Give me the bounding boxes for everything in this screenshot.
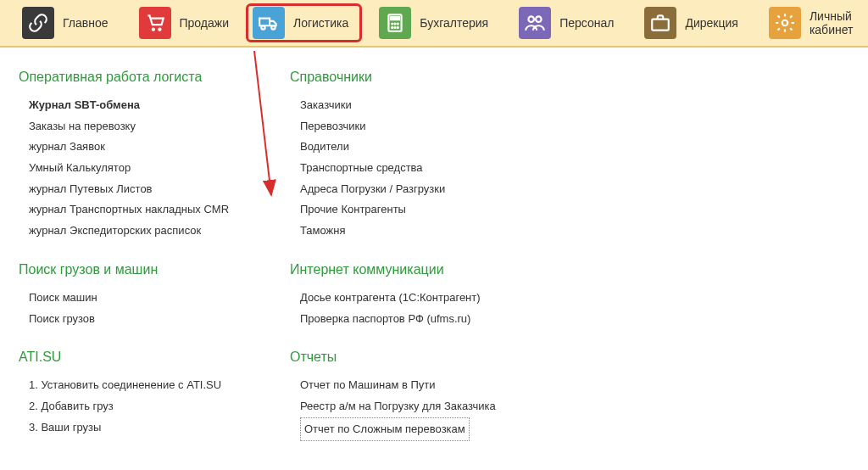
menu-link[interactable]: 3. Ваши грузы — [29, 417, 256, 439]
nav-label: Главное — [63, 16, 108, 30]
svg-point-13 — [536, 16, 542, 22]
section: Оперативная работа логистаЖурнал SBT-обм… — [19, 70, 256, 242]
svg-point-10 — [394, 26, 396, 28]
link-list: ЗаказчикиПеревозчикиВодителиТранспортные… — [290, 95, 527, 242]
menu-link[interactable]: 2. Добавить груз — [29, 396, 256, 417]
svg-rect-14 — [653, 20, 670, 31]
link-icon — [22, 7, 54, 39]
section-title[interactable]: Поиск грузов и машин — [19, 262, 256, 277]
link-list: Журнал SBT-обменаЗаказы на перевозкужурн… — [19, 95, 256, 242]
content-area: Оперативная работа логистаЖурнал SBT-обм… — [0, 48, 868, 463]
link-list: Отчет по Машинам в ПутиРеестр а/м на Пог… — [290, 375, 527, 441]
menu-link[interactable]: Умный Калькулятор — [29, 158, 256, 179]
link-list: Поиск машинПоиск грузов — [19, 288, 256, 329]
menu-link[interactable]: Реестр а/м на Погрузку для Заказчика — [300, 396, 527, 417]
section: Поиск грузов и машинПоиск машинПоиск гру… — [19, 262, 256, 329]
briefcase-icon — [644, 7, 676, 39]
menu-link[interactable]: Журнал SBT-обмена — [29, 95, 256, 116]
truck-icon — [253, 7, 285, 39]
nav-label: Дирекция — [685, 16, 737, 30]
nav-label: Бухгалтерия — [420, 16, 488, 30]
cart-icon — [139, 7, 171, 39]
menu-link[interactable]: Прочие Контрагенты — [300, 199, 527, 221]
section: СправочникиЗаказчикиПеревозчикиВодителиТ… — [290, 70, 527, 242]
nav-sales[interactable]: Продажи — [125, 3, 242, 42]
menu-link[interactable]: Перевозчики — [300, 116, 527, 137]
svg-point-12 — [529, 16, 535, 22]
menu-link[interactable]: Отчет по Машинам в Пути — [300, 375, 527, 396]
svg-point-8 — [397, 23, 398, 25]
menu-link[interactable]: Проверка паспортов РФ (ufms.ru) — [300, 309, 527, 330]
menu-link[interactable]: журнал Путевых Листов — [29, 179, 256, 200]
menu-link[interactable]: Водители — [300, 137, 527, 158]
link-list: 1. Установить соединенение с ATI.SU2. До… — [19, 375, 256, 438]
nav-staff[interactable]: Персонал — [505, 3, 627, 42]
section: ATI.SU1. Установить соединенение с ATI.S… — [19, 350, 256, 438]
nav-label: Личный кабинет — [810, 9, 854, 36]
nav-logistics[interactable]: Логистика — [246, 3, 362, 42]
nav-label: Персонал — [559, 16, 614, 30]
svg-point-11 — [397, 26, 398, 28]
menu-link[interactable]: Отчет по Сложным перевозкам — [300, 417, 470, 442]
nav-label: Логистика — [293, 16, 348, 30]
svg-rect-5 — [391, 16, 400, 20]
section-title[interactable]: Справочники — [290, 70, 527, 85]
menu-link[interactable]: Поиск машин — [29, 288, 256, 309]
menu-link[interactable]: Поиск грузов — [29, 309, 256, 330]
nav-management[interactable]: Дирекция — [631, 3, 751, 42]
svg-point-3 — [271, 25, 275, 29]
calculator-icon — [379, 7, 411, 39]
top-nav: Главное Продажи Логистика Бухгалтерия Пе… — [0, 0, 868, 48]
menu-link[interactable]: 1. Установить соединенение с ATI.SU — [29, 375, 256, 396]
gear-icon — [769, 7, 801, 39]
nav-cabinet[interactable]: Личный кабинет — [755, 3, 867, 42]
svg-point-9 — [392, 26, 393, 28]
section: Интернет коммуникацииДосье контрагента (… — [290, 262, 527, 329]
svg-point-1 — [158, 28, 160, 31]
menu-link[interactable]: журнал Заявок — [29, 137, 256, 158]
menu-link[interactable]: журнал Транспортных накладных CMR — [29, 199, 256, 221]
menu-link[interactable]: Транспортные средства — [300, 158, 527, 179]
menu-link[interactable]: Заказчики — [300, 95, 527, 116]
column-0: Оперативная работа логистаЖурнал SBT-обм… — [19, 70, 256, 441]
nav-label: Продажи — [180, 16, 229, 30]
section-title[interactable]: Оперативная работа логиста — [19, 70, 256, 85]
svg-point-0 — [152, 28, 154, 31]
nav-main[interactable]: Главное — [8, 3, 122, 42]
column-1: СправочникиЗаказчикиПеревозчикиВодителиТ… — [290, 70, 527, 441]
section-title[interactable]: Отчеты — [290, 350, 527, 365]
svg-point-2 — [261, 25, 264, 29]
section-title[interactable]: Интернет коммуникации — [290, 262, 527, 277]
section: ОтчетыОтчет по Машинам в ПутиРеестр а/м … — [290, 350, 527, 441]
people-icon — [519, 7, 551, 39]
nav-accounting[interactable]: Бухгалтерия — [365, 3, 502, 42]
menu-link[interactable]: Таможня — [300, 221, 527, 242]
link-list: Досье контрагента (1С:Контрагент)Проверк… — [290, 288, 527, 329]
menu-link[interactable]: Досье контрагента (1С:Контрагент) — [300, 288, 527, 309]
svg-point-15 — [782, 20, 788, 26]
menu-link[interactable]: Адреса Погрузки / Разгрузки — [300, 179, 527, 200]
svg-point-6 — [392, 23, 393, 25]
menu-link[interactable]: журнал Экспедиторских расписок — [29, 221, 256, 242]
menu-link[interactable]: Заказы на перевозку — [29, 116, 256, 137]
section-title[interactable]: ATI.SU — [19, 350, 256, 365]
svg-point-7 — [394, 23, 396, 25]
